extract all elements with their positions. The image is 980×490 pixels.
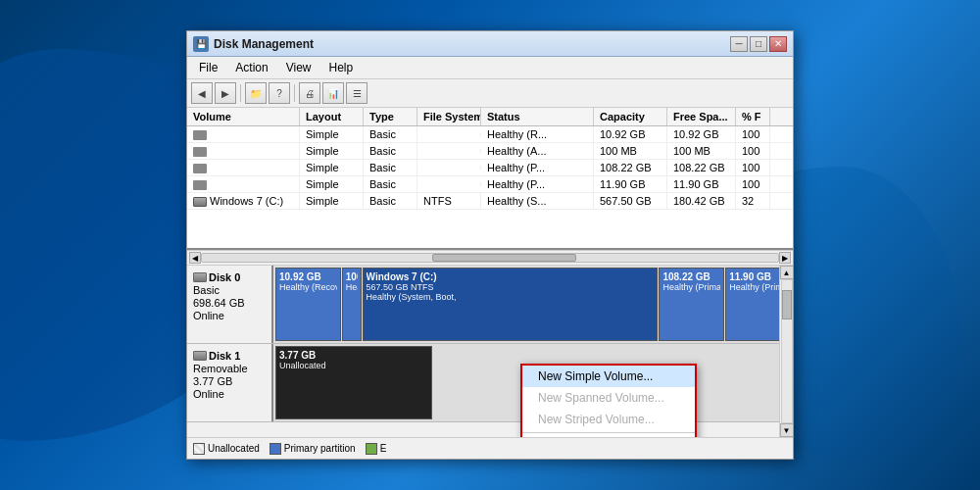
close-button[interactable]: ✕	[769, 36, 787, 52]
volume-table: Volume Layout Type File System Status Ca…	[187, 108, 793, 250]
forward-button[interactable]: ▶	[215, 82, 236, 104]
td-cap: 11.90 GB	[594, 176, 667, 192]
ctx-new-spanned-volume: New Spanned Volume...	[522, 387, 695, 409]
col-header-pct[interactable]: % F	[736, 108, 770, 125]
back-button[interactable]: ◀	[191, 82, 213, 104]
disk1-size: 3.77 GB	[193, 375, 266, 387]
chart-button[interactable]: 📊	[322, 82, 344, 104]
td-status: Healthy (R...	[481, 126, 594, 142]
td-volume	[187, 126, 300, 142]
td-layout: Simple	[300, 176, 364, 192]
td-layout: Simple	[300, 160, 364, 175]
legend-e-label: E	[380, 443, 387, 454]
disk0-row: Disk 0 Basic 698.64 GB Online 10.92 GB H…	[187, 266, 793, 344]
scrollbar-track-v[interactable]	[781, 279, 793, 423]
td-cap: 10.92 GB	[594, 126, 667, 142]
ctx-properties[interactable]: Properties	[522, 435, 695, 437]
table-row[interactable]: Simple Basic Healthy (A... 100 MB 100 MB…	[187, 143, 793, 160]
scroll-down-btn[interactable]: ▼	[780, 423, 794, 437]
disk1-name: Disk 1	[209, 350, 240, 362]
scrollbar-thumb-h[interactable]	[432, 254, 576, 262]
td-free: 100 MB	[667, 143, 736, 159]
menu-view[interactable]: View	[278, 59, 319, 76]
p0-detail: Healthy (Recov	[279, 282, 337, 292]
col-header-status[interactable]: Status	[481, 108, 594, 125]
toolbar-sep-2	[294, 84, 295, 102]
toolbar: ◀ ▶ 📁 ? 🖨 📊 ☰	[187, 79, 793, 108]
td-volume	[187, 176, 300, 192]
legend-primary-label: Primary partition	[284, 443, 356, 454]
print-button[interactable]: 🖨	[299, 82, 320, 104]
menu-file[interactable]: File	[191, 59, 225, 76]
legend-primary: Primary partition	[270, 443, 356, 455]
col-header-volume[interactable]: Volume	[187, 108, 300, 125]
p2-detail1: 567.50 GB NTFS	[367, 282, 655, 292]
td-layout: Simple	[300, 143, 364, 159]
horizontal-scrollbar[interactable]: ◀ ▶	[187, 250, 793, 266]
disk0-partition-2[interactable]: Windows 7 (C:) 567.50 GB NTFS Healthy (S…	[363, 268, 659, 341]
legend-unallocated: Unallocated	[193, 443, 260, 455]
disk1-label: Disk 1 Removable 3.77 GB Online	[187, 344, 273, 421]
col-header-free[interactable]: Free Spa...	[667, 108, 736, 125]
td-cap: 108.22 GB	[594, 160, 667, 175]
disk0-partition-3[interactable]: 108.22 GB Healthy (Primary Pa	[659, 268, 724, 341]
p3-name: 108.22 GB	[662, 271, 720, 282]
vertical-scrollbar[interactable]: ▲ ▼	[779, 266, 793, 437]
scroll-left-btn[interactable]: ◀	[189, 252, 201, 264]
menu-action[interactable]: Action	[227, 59, 275, 76]
col-header-capacity[interactable]: Capacity	[594, 108, 667, 125]
td-type: Basic	[364, 143, 417, 159]
col-header-fs[interactable]: File System	[417, 108, 481, 125]
table-row[interactable]: Simple Basic Healthy (P... 11.90 GB 11.9…	[187, 176, 793, 193]
td-pct: 100	[736, 143, 770, 159]
td-pct: 100	[736, 126, 770, 142]
legend-unallocated-box	[193, 443, 205, 455]
p3-detail: Healthy (Primary Pa	[662, 282, 720, 292]
td-type: Basic	[364, 126, 417, 142]
menu-help[interactable]: Help	[321, 59, 362, 76]
disk1-row: Disk 1 Removable 3.77 GB Online 3.77 GB …	[187, 344, 793, 422]
scrollbar-track-h[interactable]	[201, 253, 779, 263]
p1-detail: Healtl	[346, 282, 358, 292]
disk1-partition-0[interactable]: 3.77 GB Unallocated	[275, 346, 432, 419]
table-row[interactable]: Simple Basic Healthy (R... 10.92 GB 10.9…	[187, 126, 793, 143]
disk0-icon	[193, 272, 207, 282]
disk0-partition-1[interactable]: 100 M Healtl	[342, 268, 362, 341]
td-layout: Simple	[300, 126, 364, 142]
col-header-type[interactable]: Type	[364, 108, 417, 125]
td-volume	[187, 143, 300, 159]
table-row[interactable]: Simple Basic Healthy (P... 108.22 GB 108…	[187, 160, 793, 176]
td-volume	[187, 160, 300, 175]
help-button[interactable]: ?	[269, 82, 290, 104]
scroll-right-btn[interactable]: ▶	[779, 252, 791, 264]
disk0-name: Disk 0	[209, 271, 240, 283]
legend-e-box	[366, 443, 377, 455]
context-menu: New Simple Volume... New Spanned Volume.…	[520, 364, 697, 437]
folder-button[interactable]: 📁	[245, 82, 267, 104]
table-row[interactable]: Windows 7 (C:) Simple Basic NTFS Healthy…	[187, 193, 793, 210]
td-fs	[417, 182, 481, 186]
scrollbar-thumb-v[interactable]	[782, 290, 792, 319]
td-free: 11.90 GB	[667, 176, 736, 192]
minimize-button[interactable]: ─	[730, 36, 748, 52]
list-button[interactable]: ☰	[346, 82, 368, 104]
scroll-up-btn[interactable]: ▲	[780, 266, 794, 279]
td-type: Basic	[364, 176, 417, 192]
td-free: 180.42 GB	[667, 193, 736, 209]
disk-management-window: 💾 Disk Management ─ □ ✕ File Action View…	[186, 30, 794, 460]
td-cap: 100 MB	[594, 143, 667, 159]
maximize-button[interactable]: □	[750, 36, 767, 52]
td-fs	[417, 149, 481, 153]
td-free: 10.92 GB	[667, 126, 736, 142]
table-header: Volume Layout Type File System Status Ca…	[187, 108, 793, 126]
window-title: Disk Management	[214, 37, 314, 51]
col-header-layout[interactable]: Layout	[300, 108, 364, 125]
window-icon: 💾	[193, 36, 209, 52]
legend: Unallocated Primary partition E	[187, 437, 793, 459]
disk0-partition-0[interactable]: 10.92 GB Healthy (Recov	[275, 268, 341, 341]
legend-e: E	[366, 443, 387, 455]
title-bar-left: 💾 Disk Management	[193, 36, 314, 52]
ctx-new-simple-volume[interactable]: New Simple Volume...	[522, 366, 695, 387]
disk0-size: 698.64 GB	[193, 297, 266, 309]
disk1-icon	[193, 351, 207, 361]
